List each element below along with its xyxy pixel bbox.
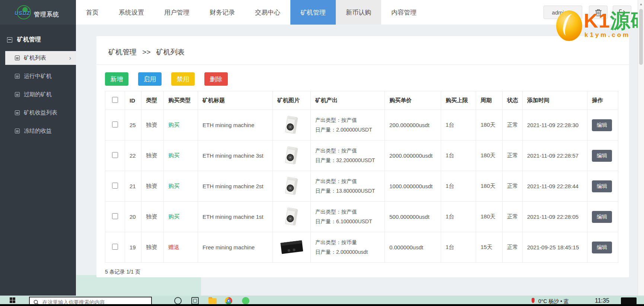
screen-bottom-edge xyxy=(0,304,644,306)
edit-button[interactable]: 编辑 xyxy=(592,119,612,131)
taskbar-highlight-band xyxy=(76,275,201,296)
logo-brand-text: USDZ xyxy=(15,10,30,16)
logout-button[interactable] xyxy=(613,6,631,19)
cell-title: ETH mining machine 3st xyxy=(198,141,273,171)
row-checkbox[interactable] xyxy=(112,213,118,219)
scroll-up-arrow-icon[interactable]: ▲ xyxy=(638,2,644,6)
cell-price: 2000.000000usdt xyxy=(385,141,441,171)
logo-title: 管理系统 xyxy=(34,11,59,19)
content-card: 矿机管理 >> 矿机列表 新增 启用 禁用 删除 ID类型购买类型矿机标题矿机图… xyxy=(96,36,629,277)
cell-status: 正常 xyxy=(503,171,523,202)
cell-image xyxy=(273,202,311,232)
chevron-down-icon: ▼ xyxy=(570,10,574,14)
top-nav: 首页系统设置用户管理财务记录交易中心矿机管理新币认购内容管理 xyxy=(76,0,427,25)
chrome-icon[interactable] xyxy=(225,297,232,305)
clear-cache-button[interactable] xyxy=(589,6,608,19)
select-all-checkbox[interactable] xyxy=(112,97,118,103)
edit-button[interactable]: 编辑 xyxy=(592,211,612,223)
sidebar-item-3[interactable]: 矿机收益列表 xyxy=(0,106,76,120)
white-miner-image xyxy=(281,176,302,197)
sidebar-items: 矿机列表›运行中矿机过期的矿机矿机收益列表冻结的收益 xyxy=(0,51,76,138)
cell-buy-type: 购买 xyxy=(164,171,198,202)
cell-id: 21 xyxy=(125,171,141,202)
table-header-row: ID类型购买类型矿机标题矿机图片矿机产出购买单价购买上限周期状态添加时间操作 xyxy=(105,91,618,110)
row-checkbox[interactable] xyxy=(112,183,118,189)
task-view-icon[interactable] xyxy=(191,297,199,305)
table-row: 21 独资 购买 ETH mining machine 2st xyxy=(105,171,618,202)
sidebar-item-1[interactable]: 运行中矿机 xyxy=(0,69,76,83)
cell-added-time: 2021-11-09 22:28:30 xyxy=(523,110,587,141)
sidebar-item-2[interactable]: 过期的矿机 xyxy=(0,88,76,101)
chevron-right-icon: › xyxy=(69,55,71,61)
taskbar-black-thumbnail[interactable] xyxy=(621,297,637,305)
cell-title: ETH mining machine 2st xyxy=(198,171,273,202)
nav-item-0[interactable]: 首页 xyxy=(76,0,109,25)
column-header-8: 周期 xyxy=(476,91,503,110)
cell-id: 22 xyxy=(125,141,141,171)
row-checkbox[interactable] xyxy=(112,152,118,158)
nav-item-3[interactable]: 财务记录 xyxy=(200,0,245,25)
list-icon xyxy=(15,92,20,97)
row-checkbox[interactable] xyxy=(112,122,118,127)
page-scrollbar[interactable]: ▲ xyxy=(638,0,644,296)
cell-period: 180天 xyxy=(476,202,503,232)
cell-status: 正常 xyxy=(503,202,523,232)
scrollbar-thumb[interactable] xyxy=(639,9,643,65)
windows-start-icon[interactable] xyxy=(10,297,15,303)
nav-item-1[interactable]: 系统设置 xyxy=(109,0,154,25)
cell-price: 500.000000usdt xyxy=(385,202,441,232)
wechat-icon[interactable] xyxy=(242,297,249,305)
cell-image xyxy=(273,171,311,202)
disable-button[interactable]: 禁用 xyxy=(171,72,195,86)
table-row: 22 独资 购买 ETH mining machine 3st xyxy=(105,141,618,171)
toolbar: 新增 启用 禁用 删除 xyxy=(105,72,629,86)
nav-item-5[interactable]: 矿机管理 xyxy=(290,0,336,25)
column-header-0: ID xyxy=(125,91,141,110)
cell-image xyxy=(273,141,311,171)
taskbar-clock[interactable]: 11:35 xyxy=(595,297,609,304)
nav-item-6[interactable]: 新币认购 xyxy=(336,0,381,25)
output-type: 产出类型：按产值 xyxy=(315,146,385,155)
list-icon xyxy=(15,56,20,60)
output-type: 产出类型：按币量 xyxy=(315,238,385,247)
cell-added-time: 2021-09-25 18:45:15 xyxy=(523,232,587,263)
cell-buy-type: 购买 xyxy=(164,202,198,232)
cell-status: 正常 xyxy=(503,232,523,263)
column-header-4: 矿机图片 xyxy=(273,91,311,110)
white-miner-image xyxy=(281,115,302,136)
column-header-7: 购买上限 xyxy=(441,91,476,110)
cell-output: 产出类型：按产值 日产量：2.000000USDT xyxy=(311,110,385,141)
cell-period: 180天 xyxy=(476,171,503,202)
nav-item-4[interactable]: 交易中心 xyxy=(245,0,290,25)
nav-item-2[interactable]: 用户管理 xyxy=(154,0,200,25)
output-daily: 日产量：2.000000usdt xyxy=(315,247,385,257)
add-button[interactable]: 新增 xyxy=(105,72,128,86)
file-explorer-icon[interactable] xyxy=(208,298,217,304)
sidebar-item-0[interactable]: 矿机列表› xyxy=(5,51,76,65)
enable-button[interactable]: 启用 xyxy=(138,72,162,86)
delete-button[interactable]: 删除 xyxy=(204,72,228,86)
weather-icon[interactable] xyxy=(532,298,535,303)
cell-actions: 编辑 xyxy=(587,202,618,232)
cell-limit: 1台 xyxy=(441,110,476,141)
column-header-6: 购买单价 xyxy=(385,91,441,110)
cell-price: 200.000000usdt xyxy=(385,110,441,141)
admin-menu-button[interactable]: admin ▼ xyxy=(543,6,582,19)
cell-added-time: 2021-11-09 22:28:44 xyxy=(523,171,587,202)
sidebar-group-title[interactable]: 矿机管理 xyxy=(0,25,76,51)
column-header-10: 添加时间 xyxy=(523,91,587,110)
nav-item-7[interactable]: 内容管理 xyxy=(381,0,427,25)
globe-logo-icon: USDZ xyxy=(17,5,31,19)
trash-icon xyxy=(595,9,602,16)
cell-status: 正常 xyxy=(503,110,523,141)
row-checkbox[interactable] xyxy=(112,244,118,250)
edit-button[interactable]: 编辑 xyxy=(592,180,612,192)
column-header-2: 购买类型 xyxy=(164,91,198,110)
cortana-icon[interactable] xyxy=(174,297,182,305)
sidebar-item-4[interactable]: 冻结的收益 xyxy=(0,124,76,138)
cell-type: 独资 xyxy=(141,202,164,232)
white-miner-image xyxy=(281,145,302,166)
edit-button[interactable]: 编辑 xyxy=(592,150,612,162)
edit-button[interactable]: 编辑 xyxy=(592,242,612,253)
list-icon xyxy=(15,129,20,133)
